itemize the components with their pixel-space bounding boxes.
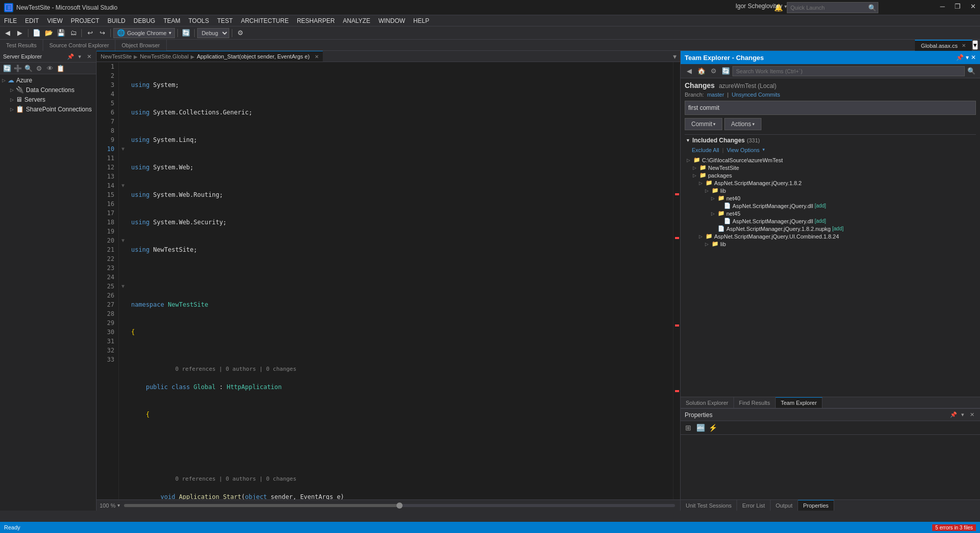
menu-team[interactable]: TEAM [159,16,184,25]
menu-file[interactable]: FILE [0,16,21,25]
menu-build[interactable]: BUILD [103,16,129,25]
tab-properties-bottom[interactable]: Properties [798,500,834,511]
tab-test-results[interactable]: Test Results [0,40,43,51]
te-close-button[interactable]: ✕ [971,54,976,61]
ft-item-lib-1[interactable]: ▷ 📁 lib [686,187,975,194]
actions-button[interactable]: Actions ▾ [724,118,761,130]
se-filter-button[interactable]: 🔍 [23,64,34,73]
zoom-thumb[interactable] [396,502,403,509]
close-button[interactable]: ✕ [966,0,980,12]
ft-item-dll-net45[interactable]: 📄 AspNet.ScriptManager.jQuery.dll [add] [686,217,975,225]
te-home-button[interactable]: 🏠 [696,66,707,77]
tab-solution-explorer[interactable]: Solution Explorer [681,397,734,408]
toolbar-refresh[interactable]: 🔄 [180,27,192,39]
tab-output[interactable]: Output [771,500,798,511]
tab-error-list[interactable]: Error List [737,500,771,511]
prop-events-button[interactable]: ⚡ [707,423,718,433]
editor-scrollbar[interactable] [673,62,680,499]
prop-categorized-button[interactable]: ⊞ [683,423,694,433]
te-search-button[interactable]: 🔍 [966,66,977,77]
exclude-all-link[interactable]: Exclude All [692,147,719,153]
collapse-14[interactable]: ▼ [121,181,125,190]
view-options-arrow-icon[interactable]: ▾ [762,147,765,153]
tab-source-control[interactable]: Source Control Explorer [43,40,115,51]
toolbar-open[interactable]: 📂 [43,27,54,39]
toolbar-redo[interactable]: ↪ [97,27,108,39]
chrome-dropdown[interactable]: ▾ [169,30,171,36]
tab-close-x[interactable]: ✕ [315,54,319,60]
se-view-button[interactable]: 👁 [45,64,55,73]
ft-item-root[interactable]: ▷ 📁 C:\Git\localSource\azureWmTest [686,156,975,164]
tab-find-results[interactable]: Find Results [734,397,776,408]
tab-object-browser[interactable]: Object Browser [115,40,166,51]
se-dropdown-button[interactable]: ▾ [76,52,84,61]
se-close-button[interactable]: ✕ [85,52,93,61]
menu-help[interactable]: HELP [409,16,433,25]
te-search-input[interactable] [732,66,965,76]
toolbar-undo[interactable]: ↩ [84,27,96,39]
view-options-link[interactable]: View Options [727,147,760,153]
menu-analyze[interactable]: ANALYZE [339,16,375,25]
chrome-target-button[interactable]: 🌐 Google Chrome ▾ [113,28,175,38]
ft-item-net40[interactable]: ▷ 📁 net40 [686,194,975,202]
te-back-button[interactable]: ◀ [684,66,695,77]
code-content[interactable]: using System; using System.Collections.G… [127,62,673,499]
tree-item-sharepoint[interactable]: ▷ 📋 SharePoint Connections [0,104,96,114]
menu-view[interactable]: VIEW [43,16,67,25]
tab-global-asax[interactable]: Global.asax.cs ✕ [915,40,972,51]
commit-dropdown-arrow[interactable]: ▾ [713,122,716,127]
ft-item-lib-2[interactable]: ▷ 📁 lib [686,240,975,248]
ft-item-aspnet-jquery[interactable]: ▷ 📁 AspNet.ScriptManager.jQuery.1.8.2 [686,179,975,187]
menu-edit[interactable]: EDIT [21,16,43,25]
toolbar-new[interactable]: 📄 [31,27,42,39]
tab-new-button[interactable]: ▾ [669,51,680,62]
actions-dropdown-arrow[interactable]: ▾ [752,122,755,127]
prop-alphabetical-button[interactable]: 🔤 [695,423,706,433]
error-badge[interactable]: 5 errors in 3 files [932,524,976,531]
te-refresh-button[interactable]: 🔄 [720,66,731,77]
ft-item-dll-net40[interactable]: 📄 AspNet.ScriptManager.jQuery.dll [add] [686,202,975,210]
ft-item-newtestsite[interactable]: ▷ 📁 NewTestSite [686,164,975,171]
commit-button[interactable]: Commit ▾ [685,118,722,130]
tab-unit-test-sessions[interactable]: Unit Test Sessions [681,500,737,511]
te-more-button[interactable]: ⚙ [708,66,719,77]
te-dropdown-button[interactable]: ▾ [966,54,969,61]
prop-dropdown-button[interactable]: ▾ [959,411,967,419]
zoom-dropdown[interactable]: ▾ [117,502,120,508]
se-more-button[interactable]: 📋 [55,64,66,73]
tree-item-data-connections[interactable]: ▷ 🔌 Data Connections [0,85,96,95]
ft-item-net45[interactable]: ▷ 📁 net45 [686,210,975,217]
collapse-21[interactable]: ▼ [121,236,125,245]
tab-global-asax-close[interactable]: ✕ [962,43,966,48]
toolbar-save-all[interactable]: 🗂 [68,27,79,39]
te-pin-button[interactable]: 📌 [956,54,964,61]
menu-project[interactable]: PROJECT [67,16,103,25]
minimize-button[interactable]: ─ [935,0,950,12]
prop-close-button[interactable]: ✕ [968,411,976,419]
commit-message-input[interactable] [685,101,976,115]
ft-item-nupkg[interactable]: 📄 AspNet.ScriptManager.jQuery.1.8.2.nupk… [686,225,975,232]
tab-team-explorer-bottom[interactable]: Team Explorer [776,397,822,408]
toolbar-save[interactable]: 💾 [55,27,67,39]
unsynced-commits-link[interactable]: Unsynced Commits [731,92,780,98]
branch-name[interactable]: master [707,92,724,98]
se-props-button[interactable]: ⚙ [34,64,44,73]
menu-tools[interactable]: TOOLS [185,16,213,25]
toolbar-forward[interactable]: ▶ [14,27,25,39]
breadcrumb-project[interactable]: NewTestSite ▶ NewTestSite.Global ▶ Appli… [97,51,323,62]
prop-pin-button[interactable]: 📌 [950,411,958,419]
toolbar-back[interactable]: ◀ [2,27,13,39]
code-main[interactable]: 1 2 3 4 5 6 7 8 9 10 11 12 13 14 15 16 1 [101,62,673,499]
collapse-26[interactable]: ▼ [121,282,125,291]
quick-launch-input[interactable] [787,2,878,13]
collapse-10[interactable]: ▼ [121,144,125,154]
menu-debug[interactable]: DEBUG [130,16,160,25]
menu-architecture[interactable]: ARCHITECTURE [237,16,293,25]
se-refresh-button[interactable]: 🔄 [2,64,12,73]
tab-overflow[interactable]: ▾ [972,40,978,50]
tree-item-servers[interactable]: ▷ 🖥 Servers [0,95,96,104]
ft-item-packages[interactable]: ▷ 📁 packages [686,171,975,179]
menu-resharper[interactable]: RESHARPER [293,16,339,25]
menu-test[interactable]: TEST [213,16,237,25]
user-dropdown-icon[interactable]: ▾ [784,4,787,9]
